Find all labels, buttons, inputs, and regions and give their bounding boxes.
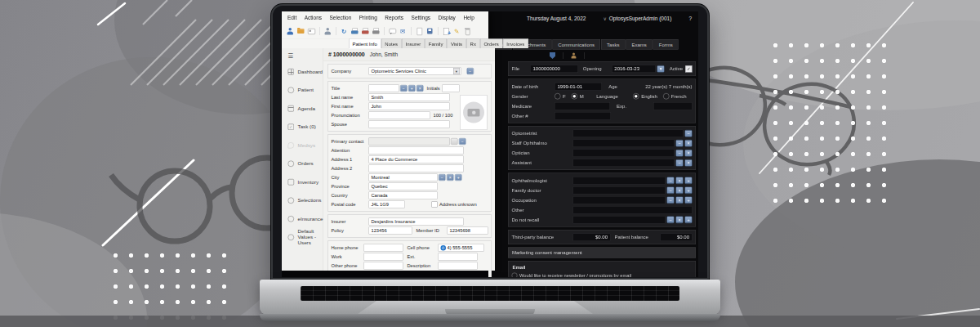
- tab-family[interactable]: Family: [425, 39, 447, 49]
- tab-invoices-light[interactable]: Invoices: [503, 39, 528, 49]
- opening-field[interactable]: 2016-03-23: [612, 65, 656, 73]
- home-phone-field[interactable]: [363, 244, 403, 252]
- add-button[interactable]: [685, 196, 693, 204]
- sidebar-item-default-values[interactable]: Default Values - Users: [282, 231, 323, 244]
- staff-ophthalmo-field[interactable]: [573, 139, 675, 147]
- other-number-field[interactable]: [555, 112, 611, 120]
- assistant-field[interactable]: [573, 159, 675, 167]
- clear-button[interactable]: [676, 186, 684, 194]
- postal-code-field[interactable]: J4L 1G9: [368, 201, 404, 208]
- description-field[interactable]: [438, 262, 477, 270]
- minus-button[interactable]: [439, 174, 446, 181]
- exp-field[interactable]: [653, 102, 692, 110]
- minus-button[interactable]: [667, 196, 675, 204]
- patient-folder-icon[interactable]: [296, 27, 305, 36]
- patient-photo-placeholder[interactable]: [460, 95, 487, 130]
- menu-edit[interactable]: Edit: [287, 15, 296, 21]
- minus-button[interactable]: [676, 140, 684, 147]
- occupation-field[interactable]: [573, 196, 666, 204]
- medicare-field[interactable]: [555, 102, 610, 110]
- minus-button[interactable]: [676, 150, 684, 157]
- insurer-field[interactable]: Desjardins Insurance: [368, 218, 463, 226]
- tab-patient-info[interactable]: Patient Info: [349, 39, 381, 49]
- person-icon[interactable]: [571, 52, 577, 59]
- tab-rx[interactable]: Rx: [466, 39, 479, 49]
- gender-m-radio[interactable]: [572, 93, 578, 100]
- minus-button[interactable]: [667, 177, 675, 184]
- clear-button[interactable]: [685, 140, 693, 147]
- add-button[interactable]: [685, 186, 693, 194]
- title-field[interactable]: [368, 85, 399, 92]
- sidebar-item-dashboard[interactable]: Dashboard: [282, 65, 323, 78]
- other-field[interactable]: [573, 206, 693, 214]
- address2-field[interactable]: [368, 165, 463, 172]
- menu-help[interactable]: Help: [463, 15, 474, 21]
- print-icon[interactable]: [350, 27, 359, 36]
- print-preview-icon[interactable]: [361, 27, 370, 36]
- user-menu[interactable]: OptosysSuperAdmin (001): [603, 16, 671, 22]
- new-file-icon[interactable]: [415, 27, 424, 36]
- add-button[interactable]: [685, 216, 693, 223]
- clear-button[interactable]: [416, 85, 424, 92]
- sidebar-item-selections[interactable]: Selections: [282, 195, 323, 207]
- print-settings-icon[interactable]: [372, 27, 381, 36]
- policy-field[interactable]: 123456: [368, 227, 412, 235]
- initials-field[interactable]: [443, 85, 460, 92]
- do-not-recall-field[interactable]: [573, 216, 666, 224]
- consent-option-1-radio[interactable]: [512, 273, 518, 278]
- menu-actions[interactable]: Actions: [305, 15, 322, 21]
- tab-insurer[interactable]: Insurer: [402, 39, 425, 49]
- sidebar-item-task[interactable]: Task (0): [282, 121, 323, 133]
- message-icon[interactable]: [388, 27, 397, 36]
- menu-printing[interactable]: Printing: [359, 15, 377, 21]
- language-english-radio[interactable]: [633, 93, 639, 100]
- member-id-field[interactable]: 12345698: [447, 227, 488, 235]
- sidebar-item-agenda[interactable]: Agenda: [282, 102, 323, 114]
- tab-forms[interactable]: Forms: [653, 39, 679, 50]
- sidebar-item-orders[interactable]: Orders: [282, 158, 323, 170]
- company-select[interactable]: Optometric Services Clinic: [368, 68, 461, 75]
- last-name-field[interactable]: Smith: [368, 94, 449, 101]
- primary-contact-field[interactable]: [368, 138, 449, 146]
- minus-button[interactable]: [667, 186, 675, 194]
- sidebar-item-inventory[interactable]: Inventory: [282, 176, 323, 188]
- new-document-icon[interactable]: [442, 27, 451, 36]
- add-button[interactable]: [685, 177, 693, 184]
- clear-button[interactable]: [676, 177, 684, 184]
- clear-button[interactable]: [676, 216, 684, 223]
- language-french-radio[interactable]: [663, 93, 670, 100]
- work-field[interactable]: [363, 253, 403, 261]
- file-field[interactable]: 1000000000: [530, 65, 578, 73]
- clear-button[interactable]: [685, 150, 693, 157]
- add-button[interactable]: [455, 174, 462, 181]
- optometrist-field[interactable]: [573, 129, 684, 137]
- tab-tasks[interactable]: Tasks: [601, 39, 625, 50]
- minus-button[interactable]: [400, 85, 408, 92]
- user-icon[interactable]: [286, 27, 295, 36]
- minus-button[interactable]: [676, 159, 684, 167]
- city-field[interactable]: Montreal: [368, 174, 437, 181]
- menu-reports[interactable]: Reports: [385, 15, 403, 21]
- minus-button[interactable]: [685, 130, 693, 137]
- clear-button[interactable]: [685, 159, 693, 167]
- calendar-button[interactable]: [657, 65, 665, 73]
- mail-icon[interactable]: ✉: [399, 27, 408, 36]
- address1-field[interactable]: 4 Place du Commerce: [368, 156, 463, 164]
- tab-communications[interactable]: Communications: [552, 39, 600, 50]
- address-unknown-checkbox[interactable]: [431, 202, 437, 208]
- tab-visits[interactable]: Visits: [447, 39, 466, 49]
- pronunciation-field[interactable]: [368, 112, 430, 119]
- family-doctor-field[interactable]: [573, 186, 666, 195]
- tab-exams[interactable]: Exams: [626, 39, 652, 50]
- ext-field[interactable]: [438, 253, 477, 261]
- menu-icon[interactable]: [288, 52, 323, 60]
- minus-button[interactable]: [459, 138, 466, 145]
- first-name-field[interactable]: John: [368, 103, 449, 110]
- gender-f-radio[interactable]: [555, 93, 561, 100]
- sidebar-item-patient[interactable]: Patient: [282, 84, 323, 96]
- menu-selection[interactable]: Selection: [330, 15, 352, 21]
- dob-field[interactable]: 1999-01-01: [555, 83, 602, 91]
- active-checkbox[interactable]: [685, 65, 693, 73]
- staff-icon[interactable]: [323, 27, 332, 36]
- minus-button[interactable]: [667, 216, 675, 223]
